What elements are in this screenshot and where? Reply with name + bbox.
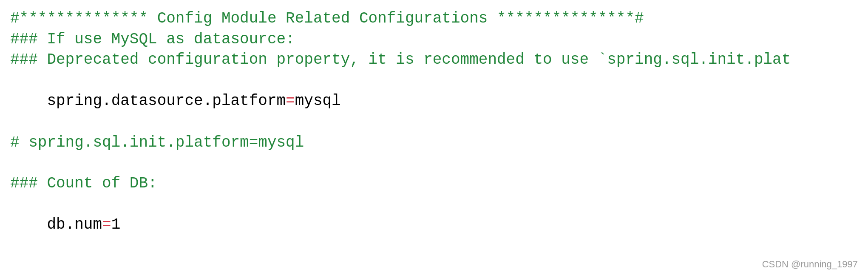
line4-equals: = [286,92,295,110]
line-7: ### Count of DB: [10,173,858,194]
line-3: ### Deprecated configuration property, i… [10,50,858,71]
line-2: ### If use MySQL as datasource: [10,29,858,50]
line4-value: mysql [295,92,341,110]
code-block: #************** Config Module Related Co… [0,0,868,275]
line8-equals: = [102,216,111,233]
line-1: #************** Config Module Related Co… [10,9,858,29]
line8-value: 1 [111,216,121,233]
line4-prefix: spring.datasource.platform [47,92,286,110]
empty-line-2 [10,256,858,275]
watermark: CSDN @running_1997 [762,259,858,270]
line-8: db.num=1 [10,194,858,256]
line8-prefix: db.num [47,216,102,233]
line-5: # spring.sql.init.platform=mysql [10,133,858,153]
empty-line-1 [10,153,858,173]
line-4: spring.datasource.platform=mysql [10,71,858,133]
